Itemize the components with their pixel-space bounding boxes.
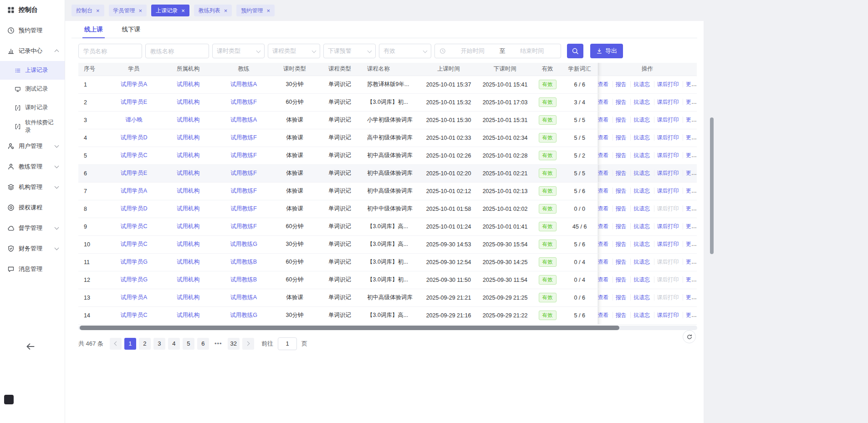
print-after-class-button[interactable]: 课后打印 — [654, 99, 679, 105]
anti-forget-button[interactable]: 抗遗忘 — [630, 188, 650, 194]
report-button[interactable]: 报告 — [613, 205, 627, 212]
print-after-class-button[interactable]: 课后打印 — [654, 223, 679, 229]
student-link[interactable]: 试用学员D — [120, 205, 147, 212]
report-button[interactable]: 报告 — [613, 117, 627, 123]
print-after-class-button[interactable]: 课后打印 — [654, 294, 679, 301]
sidebar-item-coaches[interactable]: 教练管理 — [0, 156, 65, 177]
student-link[interactable]: 试用学员C — [120, 241, 147, 247]
print-after-class-button[interactable]: 课后打印 — [654, 117, 679, 123]
organization-link[interactable]: 试用机构 — [177, 312, 199, 318]
student-link[interactable]: 试用学员G — [120, 276, 148, 283]
print-after-class-button[interactable]: 课后打印 — [654, 152, 679, 158]
coach-link[interactable]: 试用教练F — [230, 134, 257, 141]
more-button[interactable]: 更多 — [683, 81, 697, 87]
close-icon[interactable]: × — [139, 8, 143, 14]
tab-online-class[interactable]: 线上课 — [82, 21, 105, 38]
print-after-class-button[interactable]: 课后打印 — [654, 188, 679, 194]
anti-forget-button[interactable]: 抗遗忘 — [630, 312, 650, 318]
close-icon[interactable]: × — [224, 8, 228, 14]
view-button[interactable]: 查看 — [598, 81, 609, 87]
view-button[interactable]: 查看 — [598, 312, 609, 318]
coach-name-input[interactable] — [145, 44, 209, 58]
coach-link[interactable]: 试用教练G — [230, 241, 257, 247]
report-button[interactable]: 报告 — [613, 170, 627, 176]
anti-forget-button[interactable]: 抗遗忘 — [630, 81, 650, 87]
coach-link[interactable]: 试用教练G — [230, 312, 257, 318]
student-link[interactable]: 试用学员C — [120, 312, 147, 318]
anti-forget-button[interactable]: 抗遗忘 — [630, 241, 650, 247]
report-button[interactable]: 报告 — [613, 134, 627, 141]
organization-link[interactable]: 试用机构 — [177, 205, 199, 212]
search-button[interactable] — [567, 44, 583, 58]
organization-link[interactable]: 试用机构 — [177, 188, 199, 194]
more-button[interactable]: 更多 — [683, 170, 697, 176]
tab-appointments[interactable]: 预约管理 × — [236, 5, 275, 16]
close-icon[interactable]: × — [96, 8, 100, 14]
print-after-class-button[interactable]: 课后打印 — [654, 205, 679, 212]
collapse-sidebar-icon[interactable] — [26, 341, 36, 352]
anti-forget-button[interactable]: 抗遗忘 — [630, 223, 650, 229]
more-button[interactable]: 更多 — [683, 117, 697, 123]
organization-link[interactable]: 试用机构 — [177, 81, 199, 87]
organization-link[interactable]: 试用机构 — [177, 99, 199, 105]
export-button[interactable]: 导出 — [590, 44, 623, 58]
page-button[interactable]: 6 — [197, 338, 209, 350]
coach-link[interactable]: 试用教练F — [230, 152, 257, 158]
prev-page-button[interactable] — [110, 338, 122, 350]
view-button[interactable]: 查看 — [598, 259, 609, 265]
tab-class-records[interactable]: 上课记录 × — [151, 5, 189, 16]
view-button[interactable]: 查看 — [598, 205, 609, 212]
sidebar-item-hour-records[interactable]: 课时记录 — [0, 98, 65, 117]
view-button[interactable]: 查看 — [598, 188, 609, 194]
horizontal-scrollbar-thumb[interactable] — [80, 326, 619, 330]
more-button[interactable]: 更多 — [683, 205, 697, 212]
coach-link[interactable]: 试用教练F — [230, 99, 257, 105]
sidebar-item-supervision[interactable]: 督学管理 — [0, 218, 65, 238]
student-link[interactable]: 试用学员C — [120, 223, 147, 229]
sidebar-item-finance[interactable]: 财务管理 — [0, 238, 65, 259]
print-after-class-button[interactable]: 课后打印 — [654, 170, 679, 176]
close-icon[interactable]: × — [181, 8, 185, 14]
page-button[interactable]: 4 — [168, 338, 180, 350]
more-button[interactable]: 更多 — [683, 294, 697, 301]
student-link[interactable]: 试用学员G — [120, 259, 148, 265]
coach-link[interactable]: 试用教练F — [230, 223, 257, 229]
organization-link[interactable]: 试用机构 — [177, 117, 199, 123]
organization-link[interactable]: 试用机构 — [177, 134, 199, 141]
report-button[interactable]: 报告 — [613, 152, 627, 158]
view-button[interactable]: 查看 — [598, 134, 609, 141]
tab-coach-list[interactable]: 教练列表 × — [194, 5, 232, 16]
coach-link[interactable]: 试用教练F — [230, 170, 257, 176]
print-after-class-button[interactable]: 课后打印 — [654, 134, 679, 141]
view-button[interactable]: 查看 — [598, 276, 609, 283]
coach-link[interactable]: 试用教练B — [230, 276, 257, 283]
coach-link[interactable]: 试用教练A — [230, 117, 257, 123]
organization-link[interactable]: 试用机构 — [177, 241, 199, 247]
view-button[interactable]: 查看 — [598, 152, 609, 158]
pagination-ellipsis[interactable]: ••• — [212, 338, 225, 350]
print-after-class-button[interactable]: 课后打印 — [654, 81, 679, 87]
view-button[interactable]: 查看 — [598, 294, 609, 301]
close-icon[interactable]: × — [266, 8, 270, 14]
more-button[interactable]: 更多 — [683, 312, 697, 318]
view-button[interactable]: 查看 — [598, 223, 609, 229]
student-link[interactable]: 试用学员A — [121, 81, 147, 87]
more-button[interactable]: 更多 — [683, 259, 697, 265]
report-button[interactable]: 报告 — [613, 312, 627, 318]
more-button[interactable]: 更多 — [683, 223, 697, 229]
organization-link[interactable]: 试用机构 — [177, 294, 199, 301]
report-button[interactable]: 报告 — [613, 81, 627, 87]
organization-link[interactable]: 试用机构 — [177, 223, 199, 229]
organization-link[interactable]: 试用机构 — [177, 170, 199, 176]
report-button[interactable]: 报告 — [613, 276, 627, 283]
anti-forget-button[interactable]: 抗遗忘 — [630, 117, 650, 123]
anti-forget-button[interactable]: 抗遗忘 — [630, 259, 650, 265]
student-name-input[interactable] — [78, 44, 142, 58]
student-link[interactable]: 试用学员E — [121, 170, 147, 176]
report-button[interactable]: 报告 — [613, 294, 627, 301]
tab-dashboard[interactable]: 控制台 × — [71, 5, 104, 16]
page-button[interactable]: 5 — [183, 338, 194, 350]
report-button[interactable]: 报告 — [613, 241, 627, 247]
more-button[interactable]: 更多 — [683, 99, 697, 105]
student-link[interactable]: 试用学员E — [121, 99, 147, 105]
